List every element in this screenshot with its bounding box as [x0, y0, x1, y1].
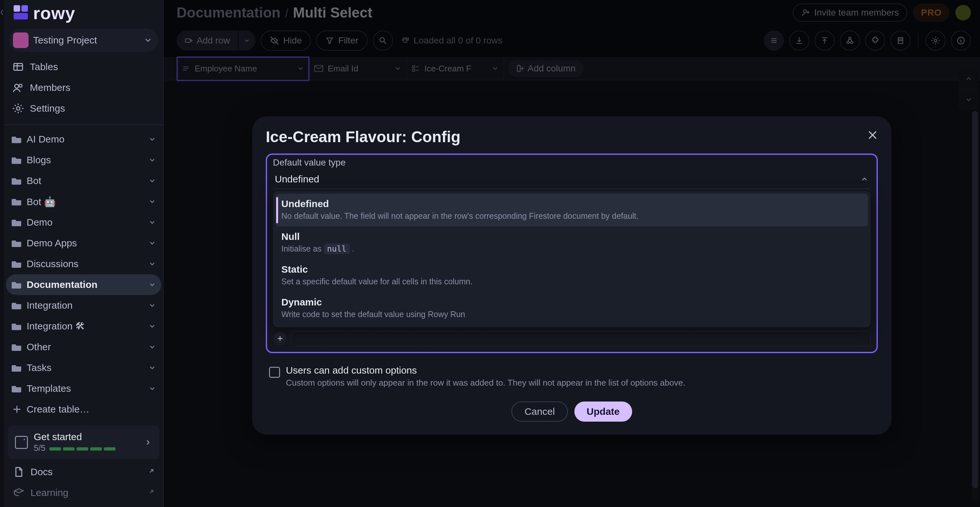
get-started-card[interactable]: Get started 5/5 — [8, 426, 159, 459]
default-value-type-label: Default value type — [273, 158, 871, 168]
sub-prefix: Initialise as — [282, 244, 324, 253]
chevron-down-icon — [148, 177, 156, 185]
sub-suffix: . — [352, 244, 354, 253]
dropdown-item-null[interactable]: Null Initialise as null . — [275, 226, 868, 260]
app-root: rowy Testing Project Tables Members Sett… — [0, 0, 980, 507]
tree-item-integration-tool[interactable]: Integration 🛠 — [6, 316, 161, 336]
dropdown-item-undefined[interactable]: Undefined No default value. The field wi… — [275, 194, 868, 226]
tree-item-bot[interactable]: Bot — [6, 171, 161, 191]
sidebar-footer: Get started 5/5 Docs Learning — [4, 423, 163, 507]
members-icon — [12, 82, 24, 94]
dropdown-item-static[interactable]: Static Set a specific default value for … — [275, 259, 868, 292]
sidebar-item-docs[interactable]: Docs — [8, 462, 159, 482]
get-started-title: Get started — [34, 431, 138, 442]
dropdown-item-title: Null — [282, 231, 862, 242]
add-option-button[interactable] — [274, 332, 286, 345]
gear-icon — [12, 102, 24, 114]
folder-icon — [12, 259, 22, 268]
create-table-button[interactable]: Create table… — [6, 399, 161, 420]
chevron-down-icon — [148, 281, 156, 289]
sidebar-label-members: Members — [30, 82, 70, 93]
svg-rect-2 — [14, 13, 28, 19]
chevron-down-icon — [144, 36, 152, 45]
tree-item-demo-apps[interactable]: Demo Apps — [6, 233, 161, 254]
folder-icon — [12, 384, 22, 393]
tree-label: Blogs — [27, 155, 144, 166]
project-selector[interactable]: Testing Project — [9, 29, 158, 52]
sidebar-item-members[interactable]: Members — [7, 77, 160, 98]
sidebar-section-links: Tables Members Settings — [4, 53, 163, 122]
chevron-left-icon — [0, 6, 4, 19]
custom-options-checkbox[interactable] — [269, 367, 280, 378]
rowy-icon — [12, 4, 30, 22]
svg-point-7 — [17, 107, 20, 110]
chevron-down-icon — [148, 364, 156, 371]
svg-rect-4 — [14, 64, 23, 70]
tree-label: Discussions — [27, 258, 144, 269]
dropdown-item-sub: Initialise as null . — [282, 244, 862, 255]
chevron-up-icon — [860, 175, 869, 183]
tree-item-other[interactable]: Other — [6, 336, 161, 357]
svg-point-6 — [19, 84, 22, 87]
document-icon — [13, 466, 25, 478]
tree-item-ai-demo[interactable]: AI Demo — [6, 129, 161, 150]
update-button[interactable]: Update — [574, 402, 632, 422]
tree-label: Templates — [27, 383, 144, 394]
brand-logo[interactable]: rowy — [4, 0, 163, 26]
sub-code: null — [324, 244, 350, 254]
dropdown-item-title: Dynamic — [282, 297, 862, 308]
dropdown-item-sub: Write code to set the default value usin… — [282, 309, 862, 320]
tree-item-integration[interactable]: Integration — [6, 295, 161, 316]
brand-text: rowy — [33, 3, 75, 23]
update-label: Update — [587, 406, 620, 417]
chevron-down-icon — [148, 218, 156, 226]
tree-item-demo[interactable]: Demo — [6, 212, 161, 233]
create-table-label: Create table… — [27, 404, 156, 415]
tree-label: Demo Apps — [27, 238, 144, 249]
dropdown-item-dynamic[interactable]: Dynamic Write code to set the default va… — [275, 292, 868, 325]
sidebar-item-settings[interactable]: Settings — [7, 98, 160, 119]
chevron-down-icon — [148, 156, 156, 164]
sidebar-item-tables[interactable]: Tables — [7, 56, 160, 77]
tree-label: Bot 🤖 — [27, 196, 144, 207]
folder-icon — [12, 176, 22, 185]
dropdown-item-sub: No default value. The field will not app… — [282, 210, 862, 222]
cancel-button[interactable]: Cancel — [511, 402, 568, 422]
sidebar: rowy Testing Project Tables Members Sett… — [4, 0, 164, 507]
svg-rect-3 — [18, 37, 24, 43]
drawer-collapse-handle[interactable] — [0, 0, 4, 507]
tree-item-tasks[interactable]: Tasks — [6, 357, 161, 378]
tree-item-discussions[interactable]: Discussions — [6, 254, 161, 274]
tree-item-templates[interactable]: Templates — [6, 378, 161, 399]
tree-label: Demo — [27, 217, 144, 228]
dialog-close-button[interactable] — [864, 126, 882, 144]
new-option-input[interactable] — [291, 331, 871, 346]
plus-icon — [277, 335, 284, 342]
chevron-down-icon — [148, 322, 156, 330]
get-started-progress: 5/5 — [34, 443, 45, 453]
tree-label: Tasks — [27, 362, 144, 373]
dropdown-item-sub: Set a specific default value for all cel… — [282, 276, 862, 287]
folder-icon — [12, 280, 22, 289]
progress-bars — [49, 447, 116, 451]
custom-options-title: Users can add custom options — [286, 365, 685, 376]
sidebar-item-learning[interactable]: Learning — [8, 482, 159, 503]
divider — [4, 124, 163, 125]
chevron-down-icon — [148, 239, 156, 247]
learning-label: Learning — [30, 487, 141, 498]
learning-icon — [13, 487, 25, 499]
modal-overlay[interactable]: Ice-Cream Flavour: Config Default value … — [164, 0, 980, 507]
tree-label: AI Demo — [27, 134, 144, 145]
default-value-type-select[interactable]: Undefined — [273, 170, 871, 189]
folder-icon — [12, 363, 22, 372]
column-config-dialog: Ice-Cream Flavour: Config Default value … — [252, 116, 891, 435]
tree-item-blogs[interactable]: Blogs — [6, 150, 161, 171]
cancel-label: Cancel — [524, 406, 555, 417]
tables-icon — [12, 61, 24, 73]
tree-item-bot-robot[interactable]: Bot 🤖 — [6, 191, 161, 212]
tree-item-documentation[interactable]: Documentation — [6, 274, 161, 295]
tree-label: Integration — [27, 300, 144, 311]
default-value-type-field: Default value type Undefined Undefined N… — [266, 153, 878, 353]
folder-icon — [12, 322, 22, 331]
project-color-chip — [13, 32, 29, 48]
